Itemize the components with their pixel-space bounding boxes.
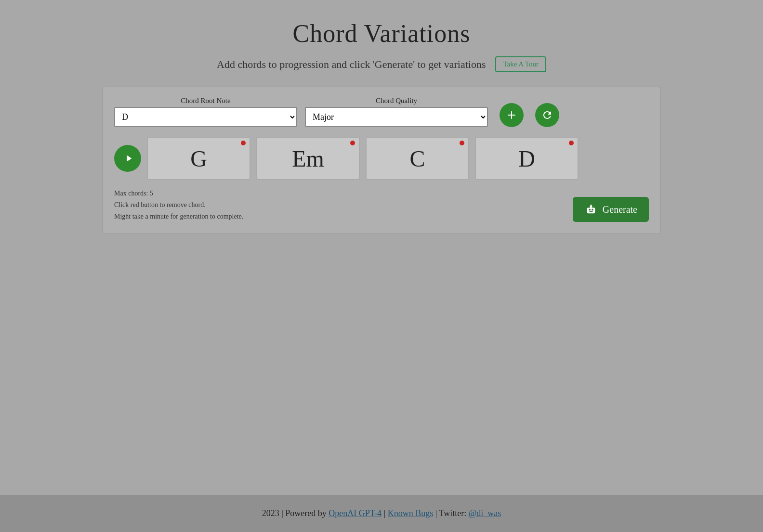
chords-row: G Em C D [114, 137, 649, 180]
chord-quality-group: Chord Quality Major Minor Dominant 7 Maj… [305, 97, 488, 127]
page-title: Chord Variations [293, 19, 471, 48]
root-note-label: Chord Root Note [114, 97, 297, 105]
svg-rect-2 [592, 209, 593, 211]
refresh-button[interactable] [535, 103, 559, 127]
remove-chord-g[interactable] [241, 141, 246, 145]
subtitle-row: Add chords to progression and click 'Gen… [217, 56, 546, 72]
hint-remove: Click red button to remove chord. [114, 199, 243, 211]
chord-card-g: G [147, 137, 250, 180]
controls-row: Chord Root Note C C# D D# E F F# G G# A … [114, 97, 649, 127]
chord-label-c: C [409, 145, 425, 172]
openai-link[interactable]: OpenAI GPT-4 [329, 508, 382, 518]
footer-prefix: 2023 | Powered by [262, 508, 329, 518]
svg-rect-3 [589, 211, 592, 212]
hints-text: Max chords: 5 Click red button to remove… [114, 188, 243, 222]
remove-chord-c[interactable] [460, 141, 464, 145]
hints-row: Max chords: 5 Click red button to remove… [114, 188, 649, 222]
add-chord-button[interactable] [500, 103, 524, 127]
chord-panel: Chord Root Note C C# D D# E F F# G G# A … [102, 87, 661, 234]
chord-quality-select[interactable]: Major Minor Dominant 7 Major 7 Minor 7 D… [305, 107, 488, 127]
refresh-icon [541, 109, 553, 121]
twitter-link[interactable]: @di_was [469, 508, 501, 518]
chord-label-em: Em [292, 145, 324, 172]
svg-rect-0 [587, 208, 595, 214]
play-button[interactable] [114, 145, 141, 172]
svg-point-5 [590, 205, 592, 207]
root-note-group: Chord Root Note C C# D D# E F F# G G# A … [114, 97, 297, 127]
svg-rect-1 [589, 209, 591, 211]
root-note-select[interactable]: C C# D D# E F F# G G# A A# B [114, 107, 297, 127]
footer: 2023 | Powered by OpenAI GPT-4 | Known B… [0, 495, 763, 532]
chord-quality-label: Chord Quality [305, 97, 488, 105]
take-a-tour-button[interactable]: Take A Tour [495, 56, 546, 72]
footer-sep1: | [382, 508, 388, 518]
hint-time: Might take a minute for generation to co… [114, 211, 243, 222]
subtitle-text: Add chords to progression and click 'Gen… [217, 58, 486, 71]
chord-card-d: D [475, 137, 579, 180]
play-icon [123, 153, 134, 164]
remove-chord-d[interactable] [569, 141, 574, 145]
hint-max-chords: Max chords: 5 [114, 188, 243, 199]
remove-chord-em[interactable] [350, 141, 355, 145]
chord-label-d: D [518, 145, 535, 172]
generate-label: Generate [603, 204, 637, 215]
known-bugs-link[interactable]: Known Bugs [388, 508, 434, 518]
chord-card-em: Em [256, 137, 360, 180]
generate-button[interactable]: Generate [573, 197, 649, 222]
plus-icon [506, 109, 517, 121]
robot-icon [584, 203, 598, 216]
chord-label-g: G [190, 145, 207, 172]
chord-card-c: C [366, 137, 469, 180]
footer-sep2: | Twitter: [433, 508, 469, 518]
